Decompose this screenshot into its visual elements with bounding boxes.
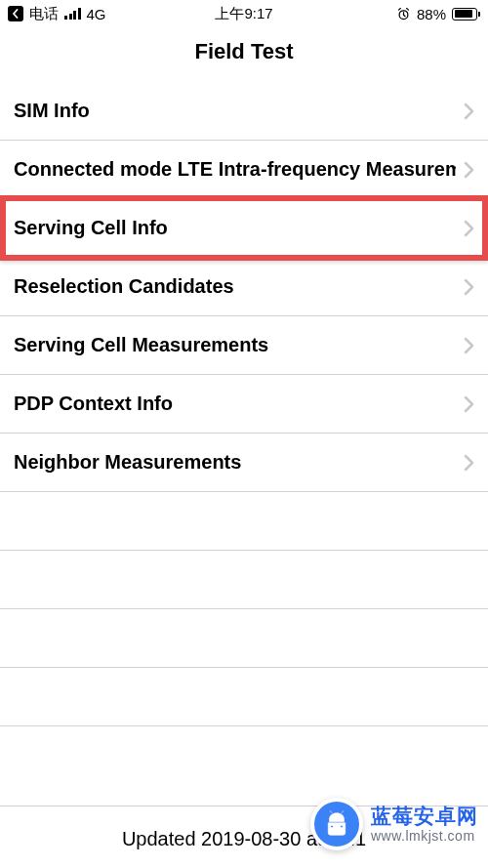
row-reselection-candidates[interactable]: Reselection Candidates (0, 258, 488, 316)
row-sim-info[interactable]: SIM Info (0, 82, 488, 141)
chevron-right-icon (464, 395, 474, 413)
network-label: 4G (87, 6, 106, 22)
row-label: PDP Context Info (14, 393, 173, 415)
chevron-right-icon (464, 337, 474, 354)
row-serving-cell-info[interactable]: Serving Cell Info (0, 199, 488, 258)
row-neighbor-measurements[interactable]: Neighbor Measurements (0, 434, 488, 492)
row-label: Serving Cell Measurements (14, 334, 268, 356)
row-empty (0, 492, 488, 551)
chevron-right-icon (464, 220, 474, 237)
row-serving-cell-measurements[interactable]: Serving Cell Measurements (0, 316, 488, 375)
row-empty (0, 668, 488, 726)
row-empty (0, 609, 488, 668)
page-title: Field Test (0, 27, 488, 82)
row-label: Connected mode LTE Intra-frequency Measu… (14, 158, 456, 181)
row-label: Neighbor Measurements (14, 451, 241, 474)
carrier-label: 电话 (29, 5, 59, 23)
watermark-title: 蓝莓安卓网 (371, 805, 478, 828)
row-connected-mode[interactable]: Connected mode LTE Intra-frequency Measu… (0, 141, 488, 199)
signal-icon (64, 8, 81, 20)
battery-percent: 88% (417, 6, 446, 22)
row-label: Serving Cell Info (14, 217, 168, 239)
chevron-right-icon (464, 454, 474, 472)
status-left: 电话 4G (8, 5, 106, 23)
watermark-url: www.lmkjst.com (371, 828, 478, 844)
watermark-text: 蓝莓安卓网 www.lmkjst.com (371, 805, 478, 844)
row-label: SIM Info (14, 100, 90, 122)
battery-icon (452, 8, 480, 21)
watermark: 蓝莓安卓网 www.lmkjst.com (310, 798, 478, 850)
chevron-right-icon (464, 278, 474, 296)
status-bar: 电话 4G 上午9:17 88% (0, 0, 488, 27)
watermark-logo-icon (310, 798, 363, 850)
chevron-right-icon (464, 161, 474, 179)
back-indicator-icon[interactable] (8, 6, 23, 21)
alarm-icon (396, 7, 411, 21)
row-label: Reselection Candidates (14, 275, 234, 298)
status-right: 88% (396, 6, 480, 22)
row-empty (0, 551, 488, 609)
row-pdp-context-info[interactable]: PDP Context Info (0, 375, 488, 434)
chevron-right-icon (464, 103, 474, 120)
menu-list: SIM Info Connected mode LTE Intra-freque… (0, 82, 488, 726)
status-time: 上午9:17 (215, 5, 272, 23)
